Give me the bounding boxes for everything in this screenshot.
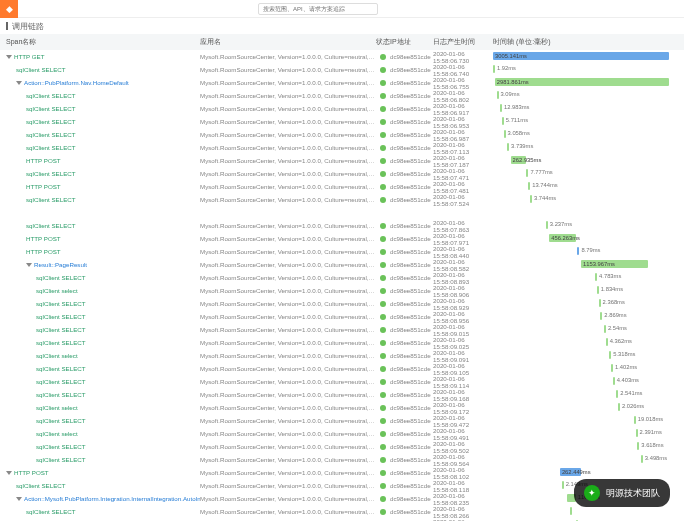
span-name-cell[interactable]: sqlClient SELECT (0, 66, 200, 73)
app-name: Mysoft.RoomSourceCenter, Version=1.0.0.0… (200, 326, 375, 333)
table-row[interactable]: sqlClient SELECTMysoft.RoomSourceCenter,… (0, 375, 684, 388)
table-row[interactable]: sqlClient SELECTMysoft.RoomSourceCenter,… (0, 310, 684, 323)
span-name-cell[interactable]: HTTP POST (0, 157, 200, 164)
table-row[interactable]: Result::PageResultMysoft.RoomSourceCente… (0, 258, 684, 271)
timestamp: 2020-01-06 15:58:07.481 (433, 180, 493, 194)
span-name-cell[interactable]: sqlClient SELECT (0, 482, 200, 489)
span-name-cell[interactable]: Action::Mysoft.PubPlatform.Integration.I… (0, 495, 200, 502)
span-name: sqlClient SELECT (36, 456, 86, 463)
table-row[interactable]: sqlClient SELECTMysoft.RoomSourceCenter,… (0, 128, 684, 141)
caret-down-icon[interactable] (6, 55, 12, 59)
span-name-cell[interactable]: sqlClient SELECT (0, 378, 200, 385)
table-row[interactable]: HTTP POSTMysoft.RoomSourceCenter, Versio… (0, 180, 684, 193)
status-cell (375, 392, 390, 398)
timeline-cell (493, 507, 684, 516)
span-name-cell[interactable]: sqlClient SELECT (0, 196, 200, 203)
timestamp: 2020-01-06 15:58:08.102 (433, 466, 493, 480)
span-name-cell[interactable]: sqlClient select (0, 287, 200, 294)
status-cell (375, 444, 390, 450)
caret-down-icon[interactable] (26, 263, 32, 267)
span-name-cell[interactable]: sqlClient SELECT (0, 456, 200, 463)
span-name-cell[interactable]: sqlClient SELECT (0, 326, 200, 333)
status-cell (375, 288, 390, 294)
table-row[interactable]: sqlClient SELECTMysoft.RoomSourceCenter,… (0, 89, 684, 102)
table-row[interactable]: HTTP POSTMysoft.RoomSourceCenter, Versio… (0, 154, 684, 167)
span-name-cell[interactable]: sqlClient SELECT (0, 300, 200, 307)
status-cell (375, 418, 390, 424)
span-name-cell[interactable]: HTTP POST (0, 183, 200, 190)
span-name: sqlClient SELECT (36, 326, 86, 333)
span-name-cell[interactable]: sqlClient SELECT (0, 508, 200, 515)
table-row[interactable]: sqlClient selectMysoft.RoomSourceCenter,… (0, 284, 684, 297)
span-name-cell[interactable]: Action::PubPlatform.Nav.HomeDefault (0, 79, 200, 86)
timeline-cell: 262.449ms (493, 468, 684, 477)
table-row[interactable]: sqlClient SELECTMysoft.RoomSourceCenter,… (0, 323, 684, 336)
table-row[interactable]: sqlClient SELECTMysoft.RoomSourceCenter,… (0, 193, 684, 206)
table-row[interactable]: sqlClient SELECTMysoft.RoomSourceCenter,… (0, 63, 684, 76)
table-row[interactable]: HTTP POSTMysoft.RoomSourceCenter, Versio… (0, 245, 684, 258)
caret-down-icon[interactable] (6, 471, 12, 475)
duration-label: 4.403ms (617, 377, 639, 383)
table-row[interactable]: sqlClient SELECTMysoft.RoomSourceCenter,… (0, 167, 684, 180)
table-row[interactable]: sqlClient SELECTMysoft.RoomSourceCenter,… (0, 440, 684, 453)
span-name-cell[interactable]: sqlClient SELECT (0, 391, 200, 398)
table-row[interactable]: sqlClient SELECTMysoft.RoomSourceCenter,… (0, 102, 684, 115)
table-row[interactable]: HTTP POSTMysoft.RoomSourceCenter, Versio… (0, 466, 684, 479)
span-name-cell[interactable]: sqlClient SELECT (0, 222, 200, 229)
duration-label: 456.263ms (549, 235, 580, 241)
span-name-cell[interactable]: sqlClient SELECT (0, 105, 200, 112)
table-row[interactable]: sqlClient selectMysoft.RoomSourceCenter,… (0, 401, 684, 414)
span-name-cell[interactable]: sqlClient select (0, 404, 200, 411)
table-row[interactable]: sqlClient selectMysoft.RoomSourceCenter,… (0, 427, 684, 440)
table-row[interactable]: HTTP GETMysoft.RoomSourceCenter, Version… (0, 50, 684, 63)
span-name-cell[interactable]: sqlClient SELECT (0, 131, 200, 138)
table-row[interactable]: HTTP POSTMysoft.RoomSourceCenter, Versio… (0, 232, 684, 245)
table-row[interactable]: sqlClient SELECTMysoft.RoomSourceCenter,… (0, 505, 684, 518)
brand-logo[interactable]: ◆ (0, 0, 18, 18)
span-name-cell[interactable]: sqlClient select (0, 430, 200, 437)
span-name-cell[interactable]: sqlClient SELECT (0, 170, 200, 177)
span-name: sqlClient SELECT (36, 313, 86, 320)
status-ok-icon (380, 288, 386, 294)
ip-value: dc98ee851cde (390, 118, 433, 125)
span-name-cell[interactable]: sqlClient SELECT (0, 313, 200, 320)
table-row[interactable]: sqlClient SELECTMysoft.RoomSourceCenter,… (0, 271, 684, 284)
span-name: sqlClient SELECT (36, 300, 86, 307)
span-name-cell[interactable]: HTTP POST (0, 469, 200, 476)
table-row[interactable]: sqlClient SELECTMysoft.RoomSourceCenter,… (0, 453, 684, 466)
timeline-cell: 1.834ms (493, 286, 684, 295)
span-name-cell[interactable]: Result::PageResult (0, 261, 200, 268)
table-row[interactable]: sqlClient SELECTMysoft.RoomSourceCenter,… (0, 336, 684, 349)
span-name-cell[interactable]: sqlClient SELECT (0, 118, 200, 125)
table-row[interactable]: sqlClient SELECTMysoft.RoomSourceCenter,… (0, 115, 684, 128)
table-row[interactable]: sqlClient SELECTMysoft.RoomSourceCenter,… (0, 297, 684, 310)
table-row[interactable]: sqlClient SELECTMysoft.RoomSourceCenter,… (0, 414, 684, 427)
duration-tick (493, 65, 495, 73)
span-name-cell[interactable]: HTTP POST (0, 235, 200, 242)
span-name-cell[interactable]: HTTP POST (0, 248, 200, 255)
table-row[interactable]: sqlClient SELECTMysoft.RoomSourceCenter,… (0, 141, 684, 154)
table-row[interactable]: sqlClient SELECTMysoft.RoomSourceCenter,… (0, 388, 684, 401)
span-name-cell[interactable]: sqlClient SELECT (0, 274, 200, 281)
caret-down-icon[interactable] (16, 81, 22, 85)
span-name-cell[interactable]: sqlClient select (0, 352, 200, 359)
timeline-cell: 1153.967ms (493, 260, 684, 269)
span-name: sqlClient select (36, 404, 78, 411)
app-name: Mysoft.RoomSourceCenter, Version=1.0.0.0… (200, 417, 375, 424)
caret-down-icon[interactable] (16, 497, 22, 501)
table-row[interactable]: sqlClient SELECTMysoft.RoomSourceCenter,… (0, 219, 684, 232)
span-name: sqlClient SELECT (26, 170, 76, 177)
span-name-cell[interactable]: sqlClient SELECT (0, 417, 200, 424)
search-input[interactable] (258, 3, 378, 15)
span-name-cell[interactable]: sqlClient SELECT (0, 443, 200, 450)
app-name: Mysoft.RoomSourceCenter, Version=1.0.0.0… (200, 378, 375, 385)
span-name-cell[interactable]: sqlClient SELECT (0, 144, 200, 151)
span-name-cell[interactable]: sqlClient SELECT (0, 339, 200, 346)
table-row[interactable]: sqlClient selectMysoft.RoomSourceCenter,… (0, 349, 684, 362)
span-name-cell[interactable]: sqlClient SELECT (0, 365, 200, 372)
ip-value: dc98ee851cde (390, 417, 433, 424)
table-row[interactable]: Action::PubPlatform.Nav.HomeDefaultMysof… (0, 76, 684, 89)
span-name-cell[interactable]: sqlClient SELECT (0, 92, 200, 99)
span-name-cell[interactable]: HTTP GET (0, 53, 200, 60)
table-row[interactable]: sqlClient SELECTMysoft.RoomSourceCenter,… (0, 362, 684, 375)
